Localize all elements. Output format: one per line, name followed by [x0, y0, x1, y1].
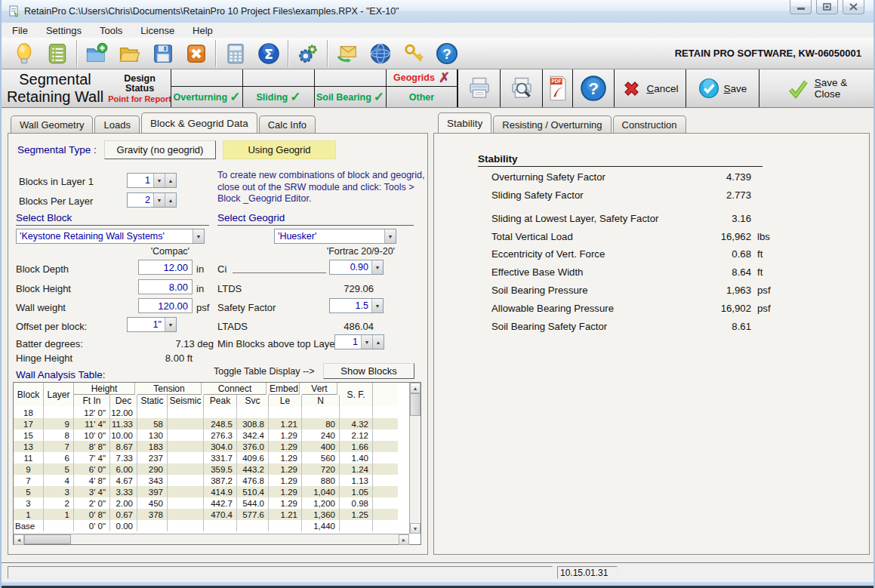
ci-dropdown[interactable]: 0.90 ▼ — [329, 260, 384, 275]
vertical-scroll-track[interactable] — [410, 416, 421, 523]
gravity-option-button[interactable]: Gravity (no geogrid) — [104, 140, 216, 159]
dropdown-icon[interactable]: ▼ — [193, 229, 204, 243]
svg-text:PDF: PDF — [551, 79, 561, 84]
dropdown-icon[interactable]: ▼ — [384, 229, 396, 243]
blocks-per-layer-spinner[interactable]: 2 ▼ ▲ — [127, 192, 177, 208]
help-button[interactable]: ? — [430, 39, 464, 68]
blocks-in-layer-label: Blocks in Layer 1 — [19, 176, 94, 187]
scroll-down-icon[interactable]: ▼ — [410, 523, 421, 534]
horizontal-scroll-track[interactable] — [71, 534, 399, 544]
show-blocks-button[interactable]: Show Blocks — [323, 363, 414, 379]
web-globe-button[interactable] — [364, 39, 397, 68]
restore-button[interactable] — [816, 0, 838, 14]
new-project-button[interactable] — [80, 39, 113, 68]
minimize-button[interactable] — [790, 0, 812, 14]
safety-factor-dropdown[interactable]: 1.5 ▼ — [329, 298, 384, 313]
vertical-scroll-thumb[interactable] — [410, 393, 421, 416]
help-button[interactable]: ? — [572, 69, 614, 107]
tab-stability[interactable]: Stability — [438, 112, 491, 133]
table-cell: 387.2 — [204, 475, 237, 486]
status-col-sliding: Sliding✓ — [242, 69, 314, 107]
dropdown-icon[interactable]: ▼ — [165, 318, 176, 331]
lightbulb-icon — [13, 42, 35, 65]
block-height-input[interactable]: 8.00 — [138, 279, 193, 294]
col-layer: Layer — [44, 383, 74, 407]
send-email-button[interactable] — [331, 39, 364, 68]
settings-gears-button[interactable] — [291, 39, 325, 68]
offset-per-block-value: 1" — [128, 318, 165, 331]
table-row[interactable]: 17911' 4"11.3358248.5308.81.21804.32 — [14, 418, 398, 429]
dropdown-icon[interactable]: ▼ — [153, 174, 165, 187]
menu-license[interactable]: License — [140, 25, 174, 36]
minimize-icon — [797, 4, 805, 11]
pdf-button[interactable]: PDF — [542, 69, 572, 107]
summary-sigma-button[interactable]: Σ — [252, 39, 285, 68]
scroll-up-icon[interactable]: ▲ — [410, 383, 421, 393]
save-file-button[interactable] — [146, 39, 180, 68]
min-blocks-spinner[interactable]: 1 ▼ ▲ — [334, 334, 384, 349]
table-row[interactable]: 322' 0"2.00450442.7544.01.291,2000.98 — [14, 497, 398, 509]
table-row[interactable]: 1812' 0"12.00 — [14, 407, 398, 418]
save-close-button[interactable]: Save & Close — [759, 69, 873, 107]
using-geogrid-option-button[interactable]: Using Geogrid — [223, 140, 336, 159]
scroll-right-icon[interactable]: ► — [399, 534, 409, 545]
table-row[interactable]: 744' 8"4.67343387.2476.81.298801.13 — [14, 475, 398, 486]
close-button[interactable] — [843, 0, 864, 14]
wall-weight-label: Wall weight — [16, 302, 66, 313]
table-row[interactable]: 110' 8"0.67378470.4577.61.211,3601.25 — [14, 509, 398, 520]
print-button[interactable] — [458, 69, 500, 107]
menu-settings[interactable]: Settings — [46, 25, 82, 36]
wall-weight-input[interactable]: 120.00 — [138, 298, 193, 313]
dropdown-icon[interactable]: ▼ — [361, 335, 372, 349]
project-list-button[interactable] — [41, 39, 74, 68]
tab-calc-info[interactable]: Calc Info — [259, 115, 316, 133]
block-depth-input[interactable]: 12.00 — [138, 260, 193, 275]
tab-loads[interactable]: Loads — [94, 115, 139, 133]
table-row[interactable]: 533' 4"3.33397414.9510.41.291,0401.05 — [14, 486, 398, 497]
status-top-cell: Geogrids✗ — [387, 69, 457, 87]
ci-underline — [233, 262, 326, 273]
menu-file[interactable]: File — [12, 25, 28, 36]
license-keys-button[interactable] — [397, 39, 430, 68]
tab-resisting-overturning[interactable]: Resisting / Overturning — [493, 115, 611, 133]
dropdown-icon[interactable]: ▼ — [371, 299, 383, 312]
safety-factor-value: 1.5 — [330, 299, 371, 312]
table-row[interactable]: Base0' 0"0.001,440 — [14, 520, 398, 531]
select-block-dropdown[interactable]: 'Keystone Retaining Wall Systems' ▼ — [16, 229, 205, 244]
tab-wall-geometry[interactable]: Wall Geometry — [11, 115, 93, 133]
save-button[interactable]: Save — [686, 69, 759, 107]
table-horizontal-scrollbar[interactable]: ◄ ► — [14, 534, 409, 544]
stability-row: Allowable Bearing Pressure16,902psf — [491, 303, 824, 316]
calculator-button[interactable] — [219, 39, 252, 68]
design-status-subtitle: Point for Report — [108, 94, 171, 103]
menu-tools[interactable]: Tools — [100, 25, 122, 36]
select-geogrid-dropdown[interactable]: 'Huesker' ▼ — [274, 229, 396, 244]
lightbulb-button[interactable] — [8, 39, 41, 68]
dropdown-icon[interactable]: ▼ — [371, 260, 383, 274]
table-vertical-scrollbar[interactable]: ▲ ▼ — [409, 383, 421, 534]
menu-help[interactable]: Help — [193, 25, 213, 36]
spin-up-icon[interactable]: ▲ — [165, 193, 176, 207]
cancel-button[interactable]: Cancel — [614, 69, 686, 107]
tab-construction[interactable]: Construction — [613, 115, 686, 133]
blocks-in-layer-spinner[interactable]: 1 ▼ ▲ — [127, 173, 177, 188]
spin-up-icon[interactable]: ▲ — [165, 174, 176, 187]
offset-per-block-dropdown[interactable]: 1" ▼ — [127, 317, 177, 332]
table-cell: 880 — [302, 475, 340, 486]
table-row[interactable]: 15810' 0"10.00130276.3342.41.292402.12 — [14, 429, 398, 441]
table-cell: 1.29 — [269, 475, 302, 486]
table-row[interactable]: 956' 0"6.00290359.5443.21.297201.24 — [14, 463, 398, 475]
scroll-left-icon[interactable]: ◄ — [14, 534, 24, 545]
print-preview-button[interactable] — [500, 69, 542, 107]
table-row[interactable]: 1167' 4"7.33237331.7409.61.295601.40 — [14, 452, 398, 463]
stability-panel: Stability Overturning Safety Factor4.739… — [433, 133, 870, 555]
table-row[interactable]: 1378' 8"8.67183304.0376.01.294001.66 — [14, 441, 398, 452]
blocks-per-layer-label: Blocks Per Layer — [19, 195, 93, 207]
spin-up-icon[interactable]: ▲ — [372, 335, 384, 349]
table-cell: 290 — [137, 463, 168, 475]
dropdown-icon[interactable]: ▼ — [153, 193, 165, 207]
tab-block-geogrid-data[interactable]: Block & Geogrid Data — [141, 112, 257, 133]
close-file-button[interactable] — [180, 39, 213, 68]
horizontal-scroll-thumb[interactable] — [24, 534, 71, 544]
open-project-button[interactable] — [113, 39, 146, 68]
